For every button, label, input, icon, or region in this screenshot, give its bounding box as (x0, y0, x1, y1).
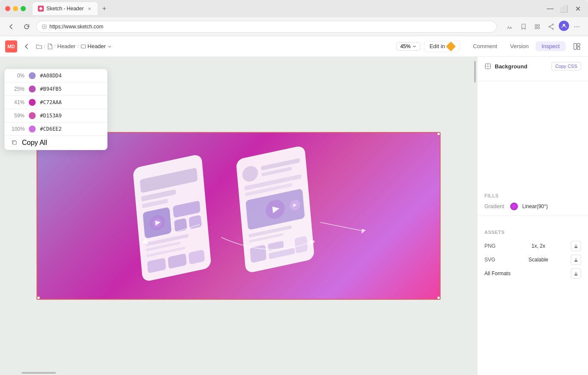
gradient-fill-swatch (510, 203, 518, 210)
vertical-scrollbar[interactable] (474, 57, 476, 375)
svg-value: Scalable (528, 257, 548, 263)
svg-rect-13 (577, 43, 580, 46)
traffic-lights (5, 6, 26, 11)
selection-handle-bl[interactable] (37, 296, 40, 300)
main-content: Background Copy CSS 0% #A08DD4 25% (0, 57, 588, 375)
user-avatar[interactable] (559, 21, 569, 31)
title-bar: Sketch - Header ✕ + — ⬜ ✕ (0, 0, 588, 17)
panel-title: Background (484, 63, 527, 70)
background-label: Background (495, 63, 527, 70)
breadcrumb-label-1: Header (57, 43, 76, 49)
window-restore-icon[interactable]: ⬜ (559, 3, 569, 14)
right-panel: Background Copy CSS 0% #A08DD4 25% (477, 57, 588, 375)
window-close-icon[interactable]: ✕ (573, 3, 583, 14)
gradient-label-prefix: Gradient (484, 203, 504, 209)
panel-header: Background Copy CSS (484, 62, 581, 71)
breadcrumb-header[interactable]: Header (57, 43, 76, 49)
all-formats-row: All Formats (484, 267, 581, 280)
window-controls: — ⬜ ✕ (545, 3, 583, 14)
breadcrumb-sep-3: / (77, 43, 79, 49)
svg-rect-14 (577, 47, 580, 49)
tab-comment[interactable]: Comment (467, 41, 503, 51)
zoom-value: 45% (400, 43, 410, 49)
svg-download-button[interactable] (571, 255, 581, 265)
png-value: 1x, 2x (531, 243, 545, 249)
svg-rect-5 (535, 27, 537, 29)
tab-favicon (38, 6, 44, 12)
url-text: https://www.sketch.com (49, 24, 103, 30)
svg-rect-11 (81, 45, 86, 48)
svg-point-10 (563, 24, 565, 26)
gradient-fill-row[interactable]: Gradient Linear(90°) (484, 203, 581, 210)
bookmark-icon[interactable] (518, 21, 530, 33)
breadcrumb-sep-2: / (54, 43, 56, 49)
all-formats-label: All Formats (484, 270, 571, 277)
png-download-button[interactable] (571, 241, 581, 251)
app-bar: MD / / Header / Header 45% (0, 36, 588, 57)
assets-title: ASSETS (484, 230, 581, 235)
window-minimize-icon[interactable]: — (545, 3, 555, 14)
tab-title: Sketch - Header (46, 6, 84, 12)
breadcrumb-label-2: Header (88, 43, 106, 49)
copy-css-button[interactable]: Copy CSS (551, 62, 581, 71)
fills-section: FILLS Gradient Linear(90°) (478, 81, 588, 216)
background-section: Background Copy CSS 0% #A08DD4 25% (478, 57, 588, 81)
fills-title: FILLS (484, 193, 581, 198)
more-button[interactable]: ··· (571, 21, 583, 33)
new-tab-button[interactable]: + (99, 3, 110, 14)
breadcrumb-sep-1: / (44, 43, 46, 49)
browser-tab[interactable]: Sketch - Header ✕ (33, 2, 98, 15)
svg-text:A: A (510, 26, 512, 29)
png-label: PNG (484, 243, 506, 249)
svg-asset-row: SVG Scalable (484, 253, 581, 267)
phones-illustration (105, 138, 372, 293)
maximize-button[interactable] (21, 6, 26, 11)
sketch-icon (446, 41, 456, 51)
refresh-button[interactable] (21, 21, 33, 33)
edit-in-label: Edit in (429, 43, 445, 49)
svg-line-52 (320, 222, 363, 231)
browser-window: Sketch - Header ✕ + — ⬜ ✕ https://www.sk… (0, 0, 588, 375)
app-logo: MD (5, 40, 17, 52)
assets-section: ASSETS PNG 1x, 2x SVG Scalable (478, 224, 588, 286)
svg-label: SVG (484, 257, 506, 263)
svg-rect-6 (538, 27, 539, 29)
svg-rect-4 (538, 25, 539, 26)
share-icon[interactable] (545, 21, 557, 33)
back-button[interactable] (5, 21, 17, 33)
selection-handle-tr[interactable] (437, 132, 441, 135)
tab-close-button[interactable]: ✕ (86, 6, 92, 12)
gradient-type-label: Linear(90°) (522, 203, 548, 209)
extensions-icon[interactable] (531, 21, 543, 33)
breadcrumb-file[interactable] (47, 43, 52, 49)
all-formats-download-button[interactable] (571, 268, 581, 279)
svg-rect-12 (574, 43, 576, 49)
png-asset-row: PNG 1x, 2x (484, 239, 581, 253)
address-icons: AA ··· (504, 21, 583, 33)
breadcrumb: / / Header / Header (36, 43, 112, 49)
edit-in-button[interactable]: Edit in (424, 41, 460, 52)
app-tabs: Comment Version Inspect (467, 41, 566, 51)
layout-toggle-button[interactable] (571, 40, 583, 52)
zoom-control[interactable]: 45% (396, 42, 420, 51)
svg-rect-3 (535, 25, 537, 26)
tab-version[interactable]: Version (504, 41, 535, 51)
breadcrumb-page[interactable]: Header (81, 43, 112, 49)
svg-rect-48 (294, 236, 308, 253)
minimize-button[interactable] (13, 6, 18, 11)
horizontal-scrollbar[interactable] (0, 372, 477, 374)
selection-handle-br[interactable] (437, 296, 441, 300)
app-back-button[interactable] (21, 40, 33, 52)
svg-point-9 (552, 28, 554, 29)
svg-point-8 (552, 24, 554, 25)
canvas-selection[interactable] (37, 132, 441, 300)
tab-inspect[interactable]: Inspect (536, 41, 566, 51)
close-button[interactable] (5, 6, 10, 11)
tab-bar: Sketch - Header ✕ + (33, 2, 542, 15)
svg-marker-53 (361, 229, 366, 234)
text-size-icon[interactable]: AA (504, 21, 516, 33)
address-input[interactable]: https://www.sketch.com (36, 21, 497, 33)
breadcrumb-folder[interactable] (36, 44, 42, 49)
background-icon (484, 63, 491, 70)
svg-point-7 (549, 26, 550, 27)
